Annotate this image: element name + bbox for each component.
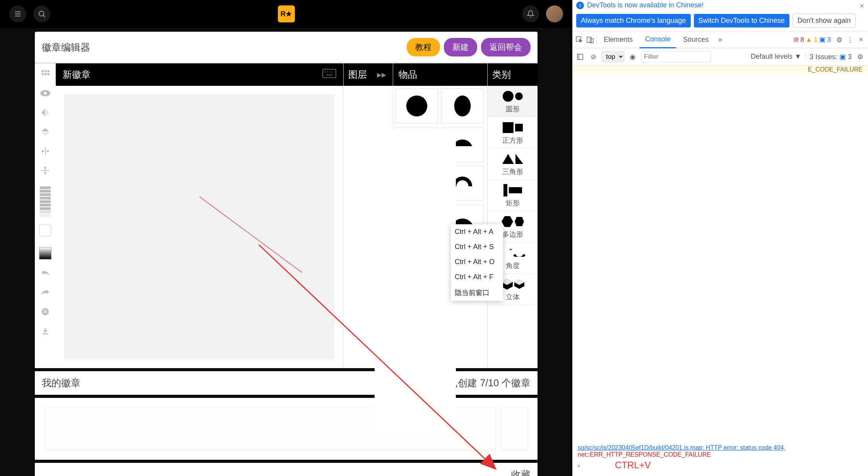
console-filter-bar: ⊘ top ◉ Default levels ▼ 3 Issues: ▣ 3 ⚙ [572,48,868,65]
default-levels[interactable]: Default levels ▼ [751,53,801,61]
inspect-icon[interactable] [575,35,584,44]
popup-item-o[interactable]: Ctrl + Alt + O [451,254,503,270]
tab-sources[interactable]: Sources [678,32,714,48]
tab-console[interactable]: Console [640,31,676,48]
warning-count[interactable]: ▲ 1 [806,36,818,44]
notifications-icon[interactable] [522,5,539,22]
tab-elements[interactable]: Elements [598,32,638,48]
console-sidebar-icon[interactable] [575,52,585,61]
menu-icon[interactable] [9,5,26,22]
console-error: sg/sc/sc/js/20230405ef1D/build/04201.js.… [578,444,864,458]
error-count[interactable]: ⊘ 8 [793,36,804,44]
svg-point-12 [44,92,47,95]
dont-show-button[interactable]: Don't show again [793,14,856,28]
gradient-swatch[interactable] [39,247,51,259]
devtools-tabbar: Elements Console Sources » ⊘ 8 ▲ 1 ▣ 3 ⚙… [572,31,868,48]
close-devtools-icon[interactable]: × [856,35,866,44]
visibility-icon[interactable] [39,87,52,99]
rockstar-app: R★ 徽章编辑器 教程 新建 返回帮会 [0,0,572,476]
color-swatch[interactable] [39,225,51,236]
white-overlay [375,130,456,435]
expand-layers-icon[interactable]: ▸▸ [377,69,386,80]
flip-horizontal-icon[interactable] [39,107,52,118]
popup-item-hide[interactable]: 隐当前窗口 [451,285,503,301]
layers-label: 图层 [348,68,367,81]
live-expr-icon[interactable]: ◉ [628,52,637,61]
rockstar-logo[interactable]: R★ [278,5,295,22]
items-label: 物品 [399,68,417,81]
svg-rect-29 [577,54,583,60]
popup-item-a[interactable]: Ctrl + Alt + A [451,224,503,239]
svg-point-23 [406,96,427,116]
grid-icon[interactable] [39,68,52,80]
tutorial-button[interactable]: 教程 [407,38,440,56]
tool-column [35,63,56,368]
svg-point-3 [39,11,44,16]
new-button[interactable]: 新建 [444,38,477,56]
align-v-icon[interactable] [39,165,52,176]
svg-rect-5 [41,70,43,72]
emblem-gallery [35,398,538,460]
editor-body: 新徽章 图层 ▸▸ 物品 [35,63,538,368]
cat-rect[interactable]: 矩形 [488,180,538,211]
popup-item-f[interactable]: Ctrl + Alt + F [451,270,503,285]
cat-triangle[interactable]: 三角形 [488,148,538,180]
console-settings-icon[interactable]: ⚙ [856,52,865,61]
info-icon: i [576,2,584,9]
emblem-slot[interactable] [501,407,528,450]
categories-label: 类别 [492,68,511,81]
redo-icon[interactable] [39,287,52,298]
devtools-panel: i DevTools is now available in Chinese! … [572,0,868,476]
created-count: 已创建 7/10 个徽章 [448,377,531,389]
svg-rect-9 [45,73,46,75]
page-title: 徽章编辑器 [42,41,403,54]
align-h-icon[interactable] [39,145,52,157]
settings-icon[interactable]: ⚙ [835,35,844,44]
cat-square[interactable]: 正方形 [488,117,538,148]
canvas[interactable] [64,94,335,360]
keyboard-icon[interactable] [322,69,336,80]
console-area[interactable]: E_CODE_FAILURE sg/sc/sc/js/20230405ef1D/… [572,65,868,476]
back-button[interactable]: 返回帮会 [481,38,531,56]
kebab-icon[interactable]: ⋮ [846,35,855,44]
more-tabs-icon[interactable]: » [716,35,725,44]
svg-rect-10 [47,73,49,75]
item-circle[interactable] [395,88,438,124]
device-icon[interactable] [586,35,595,44]
always-match-button[interactable]: Always match Chrome's language [576,14,691,27]
search-icon[interactable] [33,5,50,22]
message-count[interactable]: ▣ 3 [819,36,833,44]
cat-circle[interactable]: 圆形 [488,86,538,117]
delete-icon[interactable] [39,306,52,317]
svg-line-22 [200,197,302,273]
svg-rect-6 [45,70,46,72]
main-column: 新徽章 [56,63,343,368]
undo-icon[interactable] [39,267,52,279]
categories-column: 类别 圆形 正方形 三角形 矩形 [487,63,538,368]
issues-link[interactable]: 3 Issues: ▣ 3 [810,53,852,61]
clear-console-icon[interactable]: ⊘ [589,52,598,61]
switch-cn-button[interactable]: Switch DevTools to Chinese [694,14,789,27]
avatar[interactable] [546,5,563,22]
svg-rect-8 [41,73,43,75]
context-select[interactable]: top [602,51,624,62]
my-emblems-label: 我的徽章 [42,377,80,389]
shortcut-popup: Ctrl + Alt + A Ctrl + Alt + S Ctrl + Alt… [451,224,503,301]
svg-rect-27 [587,37,591,43]
flip-vertical-icon[interactable] [39,126,52,138]
devtools-info-bar: i DevTools is now available in Chinese! … [572,0,868,10]
emblem-title: 新徽章 [56,68,322,81]
close-icon[interactable]: × [859,2,864,10]
download-icon[interactable] [39,325,52,337]
ctrlv-annotation: CTRL+V [615,460,651,471]
favorites-header: 收藏 [35,463,538,476]
popup-item-s[interactable]: Ctrl + Alt + S [451,239,503,254]
opacity-slider[interactable] [40,184,51,217]
filter-input[interactable] [641,51,711,62]
topbar: R★ [0,0,572,28]
console-warning-tail: E_CODE_FAILURE [572,65,868,74]
item-ellipse[interactable] [441,88,484,124]
panel-header: 徽章编辑器 教程 新建 返回帮会 [35,32,538,63]
svg-line-4 [43,15,45,17]
console-prompt[interactable]: › [578,462,580,469]
